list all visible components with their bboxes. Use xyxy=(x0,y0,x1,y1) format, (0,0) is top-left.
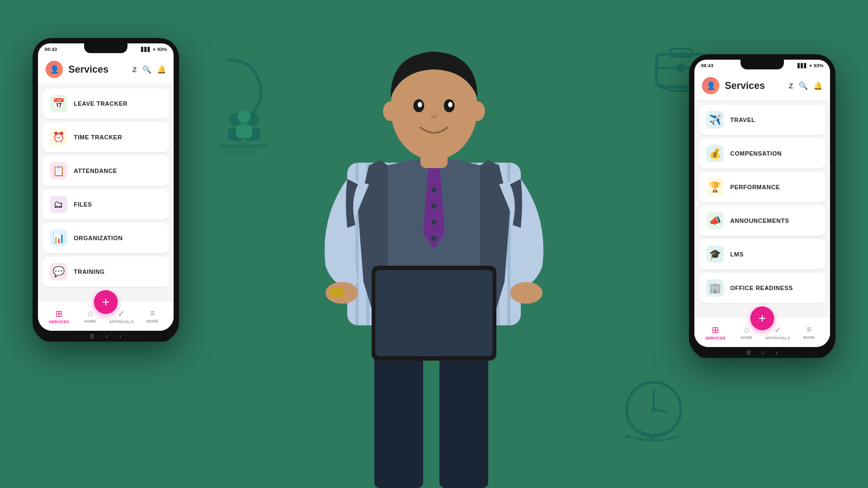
avatar-right: 👤 xyxy=(702,77,719,94)
menu-icon-left[interactable]: Z xyxy=(132,66,137,74)
approvals-icon-left: ✓ xyxy=(118,309,125,319)
item-label: TRAVEL xyxy=(730,117,755,123)
svg-rect-10 xyxy=(670,49,692,57)
menu-icon-right[interactable]: Z xyxy=(789,82,793,90)
item-icon: 💰 xyxy=(706,145,724,162)
item-icon: 📅 xyxy=(50,95,67,112)
list-item[interactable]: 📋 ATTENDANCE xyxy=(42,156,169,186)
home-indicator-right: ||| ○ ‹ xyxy=(694,347,830,358)
home-icon-left: ⌂ xyxy=(87,309,93,318)
svg-rect-4 xyxy=(244,127,260,141)
list-item[interactable]: 📅 LEAVE TRACKER xyxy=(42,88,169,119)
item-label: LMS xyxy=(730,251,744,258)
svg-rect-8 xyxy=(220,151,258,155)
list-item[interactable]: ⏰ TIME TRACKER xyxy=(42,122,169,152)
status-signal-left: ▋▋▋ xyxy=(141,47,151,52)
svg-point-52 xyxy=(431,203,437,209)
svg-line-16 xyxy=(654,409,667,412)
svg-point-3 xyxy=(246,113,259,126)
item-label: COMPENSATION xyxy=(730,150,782,157)
wifi-icon-right: ▾ xyxy=(809,63,812,68)
right-phone-title: Services xyxy=(725,80,789,92)
left-phone-screen: 👤 Services Z 🔍 🔔 📅 LEAVE TRACKER ⏰ TIME … xyxy=(38,55,174,331)
item-label: OFFICE READINESS xyxy=(730,285,793,291)
nav-more-right[interactable]: ≡ MORE xyxy=(794,325,825,339)
home-indicator-left: ||| ○ ‹ xyxy=(38,331,174,342)
person-svg xyxy=(293,22,575,488)
nav-services-label-left: SERVICES xyxy=(49,320,69,324)
list-item[interactable]: 🏢 OFFICE READINESS xyxy=(699,273,826,303)
svg-point-14 xyxy=(651,407,656,412)
search-icon-right[interactable]: 🔍 xyxy=(799,81,808,90)
item-icon: 📋 xyxy=(50,162,67,179)
right-phone-device: 08:43 ▋▋▋ ▾ 93% 👤 Services Z 🔍 🔔 ✈️ TRAV… xyxy=(689,54,835,358)
left-phone-list: 📅 LEAVE TRACKER ⏰ TIME TRACKER 📋 ATTENDA… xyxy=(38,84,174,300)
svg-rect-12 xyxy=(677,64,685,72)
nav-services-label-right: SERVICES xyxy=(705,336,726,340)
item-icon: ✈️ xyxy=(706,111,724,129)
wifi-icon-left: ▾ xyxy=(153,47,155,52)
svg-rect-49 xyxy=(375,270,493,356)
bell-icon-left[interactable]: 🔔 xyxy=(157,65,166,74)
header-icons-right: Z 🔍 🔔 xyxy=(789,81,822,90)
svg-text:24: 24 xyxy=(646,433,654,442)
item-label: TRAINING xyxy=(74,268,105,275)
nav-services-right[interactable]: ⊞ SERVICES xyxy=(700,325,731,340)
nav-more-label-right: MORE xyxy=(803,336,815,339)
list-item[interactable]: 🗂 FILES xyxy=(42,189,169,220)
item-label: ANNOUNCEMENTS xyxy=(730,217,789,224)
svg-rect-6 xyxy=(236,125,252,138)
svg-point-53 xyxy=(431,220,437,225)
phone-notch xyxy=(84,43,127,53)
list-item[interactable]: 💬 TRAINING xyxy=(42,256,169,287)
header-icons-left: Z 🔍 🔔 xyxy=(132,65,166,74)
svg-point-13 xyxy=(627,382,681,436)
left-phone: 08:43 ▋▋▋ ▾ 93% 👤 Services Z 🔍 🔔 📅 xyxy=(33,38,179,342)
right-phone: 08:43 ▋▋▋ ▾ 93% 👤 Services Z 🔍 🔔 ✈️ TRAV… xyxy=(689,54,835,358)
home-ind-back-right: ‹ xyxy=(776,349,778,356)
services-icon-right: ⊞ xyxy=(712,325,719,335)
search-icon-left[interactable]: 🔍 xyxy=(142,65,151,74)
approvals-icon-right: ✓ xyxy=(774,325,781,335)
home-ind-circle-left: ○ xyxy=(105,333,108,339)
svg-point-54 xyxy=(431,236,437,241)
home-ind-circle-right: ○ xyxy=(761,349,765,356)
list-item[interactable]: 💰 COMPENSATION xyxy=(699,138,826,169)
item-icon: 🏢 xyxy=(706,279,724,297)
list-item[interactable]: 📣 ANNOUNCEMENTS xyxy=(699,206,826,236)
item-label: LEAVE TRACKER xyxy=(74,100,127,107)
nav-approvals-label-right: APPROVALS xyxy=(765,336,790,340)
nav-more-left[interactable]: ≡ MORE xyxy=(137,309,169,323)
status-signal-right: ▋▋▋ xyxy=(797,63,807,68)
bottom-nav-left[interactable]: ⊞ SERVICES ⌂ HOME + ✓ APPROVALS ≡ MORE xyxy=(38,300,174,331)
fab-right[interactable]: + xyxy=(750,306,774,330)
list-item[interactable]: 📊 ORGANIZATION xyxy=(42,223,169,253)
item-icon: 📣 xyxy=(706,212,724,229)
item-icon: 🎓 xyxy=(706,246,724,263)
nav-services-left[interactable]: ⊞ SERVICES xyxy=(43,309,75,324)
clock-deco-icon: 24 xyxy=(618,374,689,445)
svg-marker-18 xyxy=(625,434,630,439)
bell-icon-right[interactable]: 🔔 xyxy=(813,81,822,90)
item-label: TIME TRACKER xyxy=(74,134,122,140)
home-ind-menu-right: ||| xyxy=(746,350,750,355)
more-icon-left: ≡ xyxy=(150,309,155,318)
center-person xyxy=(282,0,586,488)
home-ind-back-left: ‹ xyxy=(119,333,122,339)
list-item[interactable]: ✈️ TRAVEL xyxy=(699,105,826,135)
bottom-nav-right[interactable]: ⊞ SERVICES ⌂ HOME + ✓ APPROVALS ≡ MORE xyxy=(694,317,830,347)
fab-left[interactable]: + xyxy=(94,290,118,314)
more-icon-right: ≡ xyxy=(807,325,812,335)
item-icon: 💬 xyxy=(50,263,67,280)
list-item[interactable]: 🏆 PERFORMANCE xyxy=(699,172,826,202)
item-icon: 🗂 xyxy=(50,196,67,213)
home-ind-menu-left: ||| xyxy=(90,333,94,339)
nav-home-label-right: HOME xyxy=(741,336,752,339)
battery-right: 93% xyxy=(814,63,824,68)
list-item[interactable]: 🎓 LMS xyxy=(699,239,826,269)
item-label: PERFORMANCE xyxy=(730,184,780,190)
right-phone-screen: 👤 Services Z 🔍 🔔 ✈️ TRAVEL 💰 COMPENSATIO… xyxy=(694,72,830,347)
status-time-left: 08:43 xyxy=(44,47,57,52)
battery-left: 93% xyxy=(157,47,167,52)
svg-point-47 xyxy=(510,282,542,304)
